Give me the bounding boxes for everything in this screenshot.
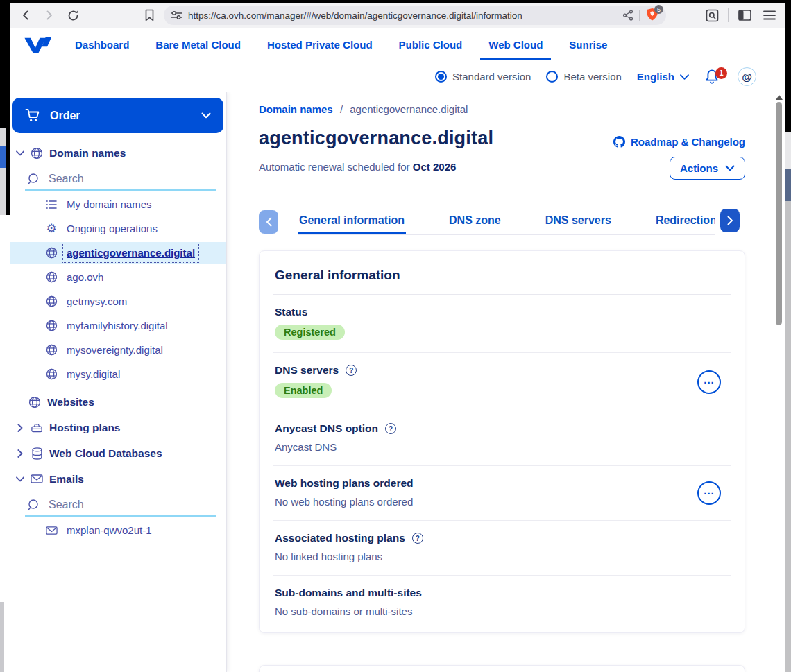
tab-scroll-left-button[interactable] [259,210,278,234]
breadcrumb-link-domain-names[interactable]: Domain names [259,103,333,115]
email-search[interactable] [25,494,216,517]
globe-icon [45,320,58,331]
globe-icon [45,271,58,283]
sidebar-section-domain-names[interactable]: Domain names [10,140,226,166]
tab-scroll-right-button[interactable] [720,209,740,232]
row-head: Sub-domains and multi-sites [275,587,729,599]
sidebar-item-domain[interactable]: ago.ovh [10,265,226,289]
row-menu-button[interactable]: ... [697,481,721,505]
envelope-icon [31,474,43,484]
workspace: Order Domain names [10,92,785,672]
domain-search[interactable] [25,169,216,191]
scrollbar-thumb[interactable] [776,102,782,325]
sidebar-section-emails[interactable]: Emails [10,466,226,492]
share-icon[interactable] [622,10,633,21]
info-row: Sub-domains and multi-sites No sub-domai… [273,575,731,630]
sidebar-section-websites[interactable]: Websites [10,389,226,415]
nav-item[interactable]: Sunrise [569,39,607,51]
sidebar-item-domain[interactable]: myfamilyhistory.digital [10,313,226,338]
sidebar-toggle-icon[interactable] [735,6,754,24]
chevron-right-icon [16,449,24,458]
actions-button[interactable]: Actions [670,157,745,180]
tune-icon[interactable] [171,10,182,20]
chevron-down-icon [16,150,24,156]
scrollbar[interactable] [774,92,784,672]
chevron-right-icon [727,216,733,225]
nav-item[interactable]: Web Cloud [488,39,543,51]
breadcrumb: Domain names / agenticgovernance.digital [259,103,745,115]
sidebar-item-label: My domain names [67,198,152,210]
row-value: No linked hosting plans [275,551,729,562]
roadmap-changelog-link[interactable]: Roadmap & Changelog [613,136,745,148]
search-icon [28,173,40,185]
background-window-edge [0,602,4,672]
email-search-input[interactable] [49,499,173,511]
sidebar-item-domain[interactable]: mysovereignty.digital [10,338,226,362]
sidebar-item-domain[interactable]: My domain names [10,192,226,216]
refresh-button[interactable] [64,6,82,24]
background-window-edge [785,132,791,169]
notification-badge: 1 [715,67,727,79]
tab[interactable]: DNS zone [448,209,502,234]
section-label: Hosting plans [49,422,120,434]
sidebar-item-domain[interactable]: agenticgovernance.digital [10,242,226,264]
breadcrumb-current: agenticgovernance.digital [350,103,468,115]
url-bar[interactable]: https://ca.ovh.com/manager/#/web/domain/… [164,6,666,25]
section-label: Websites [47,396,94,408]
search-tabs-icon[interactable] [703,6,721,24]
sidebar-section-databases[interactable]: Web Cloud Databases [10,440,226,466]
tab[interactable]: DNS servers [544,209,613,234]
help-icon[interactable]: ? [385,423,396,434]
menu-icon[interactable] [760,6,779,24]
cart-icon [25,108,40,123]
beta-version-radio[interactable]: Beta version [546,71,621,83]
sidebar-item-domain[interactable]: getmysy.com [10,289,226,313]
sidebar-item-domain[interactable]: mysy.digital [10,362,226,386]
row-label: Associated hosting plans [275,532,405,544]
sidebar-item-label: getmysy.com [67,295,127,307]
page-title: agenticgovernance.digital [259,128,493,149]
forward-button[interactable] [40,6,58,24]
chevron-down-icon [201,112,211,119]
nav-item[interactable]: Public Cloud [399,39,463,51]
help-icon[interactable]: ? [412,533,423,544]
chevron-right-icon [16,424,24,432]
language-selector[interactable]: English [637,71,689,83]
nav-item[interactable]: Dashboard [75,39,129,51]
chevron-down-icon [725,165,735,171]
scroll-up-arrow[interactable] [776,95,783,100]
help-icon[interactable]: ? [346,365,357,376]
url-text[interactable]: https://ca.ovh.com/manager/#/web/domain/… [188,10,617,21]
notifications-button[interactable]: 1 [704,69,722,85]
renewal-info: Automatic renewal scheduled for Oct 2026 [259,161,493,173]
sidebar-item-email-plan[interactable]: mxplan-qwvo2ut-1 [10,518,226,542]
row-label: Anycast DNS option [275,422,378,435]
tab[interactable]: General information [298,209,406,234]
tab[interactable]: Redirection [654,209,715,234]
bookmark-icon[interactable] [140,6,158,24]
database-icon [31,447,43,460]
info-row: Status Registered [273,295,731,352]
domain-search-input[interactable] [49,173,173,185]
radio-label: Standard version [452,71,531,83]
globe-icon [45,368,58,380]
radio-unselected-icon [546,71,558,83]
info-row: Anycast DNS option ? Anycast DNS [273,411,731,465]
standard-version-radio[interactable]: Standard version [435,71,531,83]
info-row: Associated hosting plans ? No linked hos… [273,520,731,575]
row-menu-button[interactable]: ... [697,370,721,394]
account-button[interactable]: @ [738,67,756,86]
row-label: Sub-domains and multi-sites [275,587,422,599]
page-header: agenticgovernance.digital Automatic rene… [259,128,745,180]
sidebar-section-hosting-plans[interactable]: Hosting plans [10,415,226,440]
order-button[interactable]: Order [12,98,223,133]
row-head: Status [275,306,729,318]
renewal-date: Oct 2026 [413,161,457,173]
nav-item[interactable]: Bare Metal Cloud [155,39,241,51]
brave-shield-icon[interactable]: 5 [645,8,659,23]
sidebar-item-domain[interactable]: ⚙ Ongoing operations [10,216,226,241]
back-button[interactable] [17,6,35,24]
nav-item[interactable]: Hosted Private Cloud [267,39,373,51]
order-label: Order [50,110,80,122]
row-value: No sub-domains or multi-sites [275,605,729,617]
